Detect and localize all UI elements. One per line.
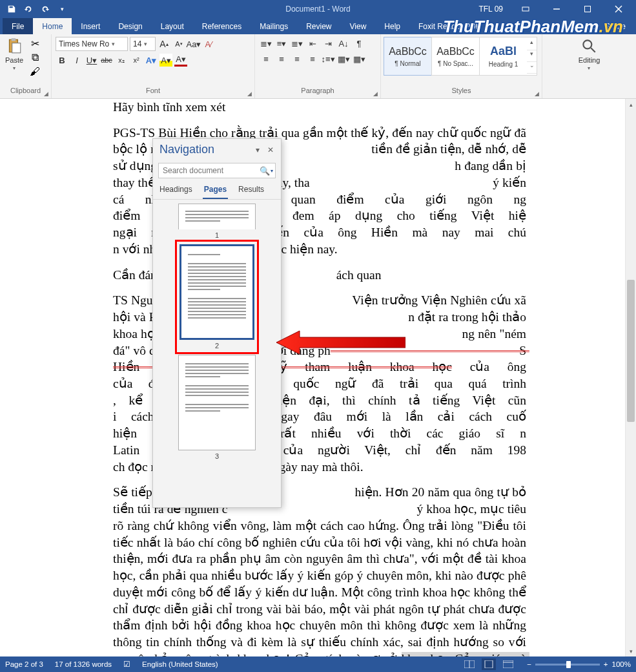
decrease-indent-icon[interactable]: ⇤: [305, 37, 320, 50]
bold-icon[interactable]: B: [56, 54, 68, 67]
tab-review[interactable]: Review: [297, 18, 340, 34]
paste-icon[interactable]: [4, 37, 25, 55]
zoom-level[interactable]: 100%: [612, 660, 631, 668]
share-button[interactable]: Share: [605, 22, 626, 31]
quick-access-toolbar: ▾: [0, 1, 70, 17]
font-name-combo[interactable]: Times New Ro▾: [56, 37, 128, 51]
style-no-spacing[interactable]: AaBbCc ¶ No Spac...: [431, 37, 480, 76]
paragraph-launcher-icon[interactable]: ◢: [373, 90, 378, 97]
increase-indent-icon[interactable]: ⇥: [321, 37, 335, 50]
tab-insert[interactable]: Insert: [72, 18, 109, 34]
tab-design[interactable]: Design: [109, 18, 151, 34]
justify-icon[interactable]: ≡: [305, 52, 320, 65]
clear-formatting-icon[interactable]: A⁄: [202, 37, 215, 50]
scroll-up-icon[interactable]: ▴: [626, 99, 636, 110]
zoom-out-icon[interactable]: −: [527, 660, 531, 668]
redo-icon[interactable]: [37, 1, 53, 17]
navigation-search-input[interactable]: [163, 166, 260, 175]
editing-label[interactable]: Editing: [579, 56, 600, 64]
font-color-icon[interactable]: A▾: [174, 54, 187, 67]
minimize-icon[interactable]: [542, 0, 571, 18]
nav-thumb-3[interactable]: 3: [178, 355, 256, 460]
search-icon[interactable]: 🔍▾: [260, 166, 273, 176]
close-icon[interactable]: [604, 0, 633, 18]
highlight-icon[interactable]: A▾: [159, 54, 172, 67]
styles-gallery[interactable]: AaBbCc ¶ Normal AaBbCc ¶ No Spac... AaBl…: [384, 37, 537, 76]
view-web-layout-icon[interactable]: [501, 658, 515, 670]
navigation-close-icon[interactable]: ✕: [264, 145, 277, 154]
bullets-icon[interactable]: ≣▾: [259, 37, 273, 50]
font-launcher-icon[interactable]: ◢: [247, 90, 252, 97]
status-language[interactable]: English (United States): [142, 660, 218, 668]
styles-expand-icon[interactable]: ▴▾⌄: [527, 37, 537, 76]
nav-tab-headings[interactable]: Headings: [158, 182, 194, 199]
svg-point-8: [584, 40, 592, 48]
user-name[interactable]: TFL 09: [472, 5, 509, 14]
format-painter-icon[interactable]: 🖌: [28, 65, 41, 78]
text-effects-icon[interactable]: A▾: [145, 54, 158, 67]
tab-references[interactable]: References: [193, 18, 251, 34]
view-print-layout-icon[interactable]: [482, 658, 496, 670]
align-left-icon[interactable]: ≡: [259, 52, 273, 65]
paste-label[interactable]: Paste: [5, 56, 23, 64]
nav-thumb-2[interactable]: 2: [178, 243, 256, 351]
sort-icon[interactable]: A↓: [336, 37, 351, 50]
tab-mailings[interactable]: Mailings: [251, 18, 297, 34]
align-center-icon[interactable]: ≡: [274, 52, 289, 65]
vertical-scrollbar[interactable]: ▴ ▾: [625, 99, 636, 656]
change-case-icon[interactable]: Aa▾: [187, 37, 200, 50]
shading-icon[interactable]: ▦▾: [336, 52, 351, 65]
clipboard-launcher-icon[interactable]: ◢: [44, 90, 48, 97]
numbering-icon[interactable]: ≡▾: [274, 37, 289, 50]
nav-tab-results[interactable]: Results: [237, 182, 265, 199]
navigation-pane: Navigation ▾ ✕ 🔍▾ Headings Pages Results…: [152, 138, 282, 508]
zoom-slider[interactable]: [535, 664, 600, 666]
nav-thumb-1[interactable]: 1: [178, 204, 256, 239]
scroll-thumb[interactable]: [627, 280, 635, 422]
strikethrough-icon[interactable]: abc: [100, 54, 113, 67]
svg-rect-13: [485, 660, 493, 668]
editing-icon[interactable]: [579, 37, 599, 55]
italic-icon[interactable]: I: [70, 54, 83, 67]
maximize-icon[interactable]: [573, 0, 602, 18]
borders-icon[interactable]: ▦▾: [352, 52, 366, 65]
tab-file[interactable]: File: [3, 18, 33, 34]
qat-customize-icon[interactable]: ▾: [54, 1, 70, 17]
navigation-search[interactable]: 🔍▾: [158, 163, 276, 178]
tab-layout[interactable]: Layout: [152, 18, 193, 34]
underline-icon[interactable]: U▾: [85, 54, 98, 67]
undo-icon[interactable]: [21, 1, 36, 17]
ribbon: Paste ▾ ✂ ⧉ 🖌 Clipboard◢ Times New Ro▾ 1…: [0, 34, 636, 99]
svg-rect-6: [12, 38, 16, 41]
scroll-down-icon[interactable]: ▾: [626, 646, 636, 656]
multilevel-list-icon[interactable]: ≣▾: [290, 37, 304, 50]
save-icon[interactable]: [4, 1, 19, 17]
view-read-mode-icon[interactable]: [462, 658, 477, 670]
font-size-combo[interactable]: 14▾: [130, 37, 156, 51]
status-proofing-icon[interactable]: ☑: [123, 660, 130, 669]
ribbon-display-options-icon[interactable]: [511, 0, 540, 18]
styles-launcher-icon[interactable]: ◢: [535, 90, 539, 97]
tab-foxit[interactable]: Foxit Reader PDF: [409, 18, 489, 34]
line-spacing-icon[interactable]: ↕≡▾: [321, 52, 335, 65]
style-normal[interactable]: AaBbCc ¶ Normal: [384, 37, 432, 76]
copy-icon[interactable]: ⧉: [28, 51, 41, 64]
navigation-options-icon[interactable]: ▾: [251, 145, 264, 154]
superscript-icon[interactable]: x²: [130, 54, 143, 67]
tab-view[interactable]: View: [341, 18, 376, 34]
cut-icon[interactable]: ✂: [28, 37, 41, 50]
status-page[interactable]: Page 2 of 3: [5, 660, 43, 668]
tab-help[interactable]: Help: [375, 18, 409, 34]
tab-home[interactable]: Home: [33, 18, 72, 34]
tell-me[interactable]: 💡 Tell me: [560, 22, 596, 31]
zoom-in-icon[interactable]: +: [604, 660, 608, 668]
grow-font-icon[interactable]: A▴: [158, 37, 170, 50]
style-heading1[interactable]: AaBl Heading 1: [479, 37, 528, 76]
status-bar: Page 2 of 3 17 of 1326 words ☑ English (…: [0, 656, 636, 672]
nav-tab-pages[interactable]: Pages: [203, 182, 228, 199]
align-right-icon[interactable]: ≡: [290, 52, 304, 65]
status-word-count[interactable]: 17 of 1326 words: [55, 660, 112, 668]
shrink-font-icon[interactable]: A▾: [172, 37, 185, 50]
show-marks-icon[interactable]: ¶: [352, 37, 366, 50]
subscript-icon[interactable]: x₂: [115, 54, 128, 67]
